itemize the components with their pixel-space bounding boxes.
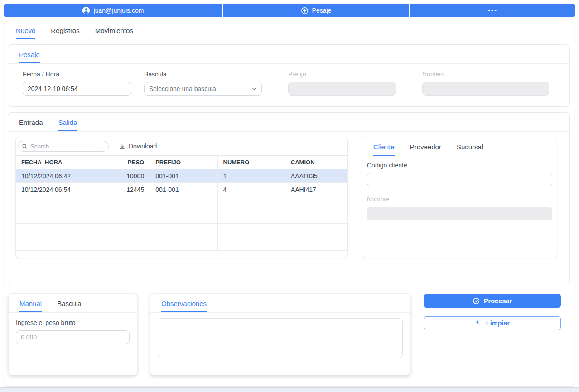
prefijo-input	[288, 82, 396, 96]
new-weighing-button[interactable]: Pesaje	[223, 4, 409, 17]
tab-entrada[interactable]: Entrada	[19, 119, 43, 131]
search-icon	[22, 143, 28, 149]
account-button[interactable]: juan@junjuis.com	[4, 4, 222, 17]
actions-column: Procesar Limpiar	[424, 294, 561, 330]
tab-sucursal[interactable]: Sucursal	[457, 143, 483, 156]
tab-cliente[interactable]: Cliente	[373, 143, 395, 156]
tab-movimientos[interactable]: Movimientos	[95, 27, 133, 39]
main-tabs: Nuevo Registros Movimientos	[16, 27, 133, 39]
pesaje-section: Pesaje Fecha / Hora Bascula Seleccione u…	[8, 44, 570, 107]
weight-entry-card: Manual Bascula Ingrese el peso bruto	[8, 293, 137, 375]
plus-circle-icon	[301, 7, 309, 14]
nombre-label: Nombre	[367, 196, 552, 203]
tab-observaciones[interactable]: Observaciones	[161, 300, 207, 312]
pesaje-tabs-head: Pesaje	[8, 45, 569, 64]
tab-salida[interactable]: Salida	[58, 119, 77, 131]
tab-proveedor[interactable]: Proveedor	[410, 143, 441, 156]
table-row-empty	[16, 224, 347, 237]
col-prefijo[interactable]: PREFIJO	[150, 156, 217, 169]
weight-entry-tabs: Manual Bascula	[9, 294, 137, 313]
cell-numero: 4	[217, 183, 285, 196]
download-label: Download	[129, 143, 157, 150]
table-row-empty	[16, 237, 347, 251]
cell-prefijo: 001-001	[150, 183, 217, 196]
table-row-empty	[16, 210, 347, 224]
fecha-hora-label: Fecha / Hora	[23, 71, 131, 78]
limpiar-button[interactable]: Limpiar	[424, 316, 561, 330]
cell-prefijo: 001-001	[150, 169, 217, 183]
new-weighing-label: Pesaje	[312, 7, 332, 14]
records-table: FECHA_HORA PESO PREFIJO NUMERO CAMION 10…	[16, 155, 347, 251]
cell-peso: 12445	[82, 183, 150, 196]
tab-registros[interactable]: Registros	[51, 27, 79, 39]
sparkles-icon	[475, 320, 482, 327]
bascula-select[interactable]: Seleccione una bascula	[144, 82, 262, 96]
tab-nuevo[interactable]: Nuevo	[16, 27, 35, 39]
cell-peso: 10000	[82, 169, 150, 183]
main-panel: Nuevo Registros Movimientos Pesaje Fecha…	[4, 21, 574, 387]
tab-bascula[interactable]: Bascula	[57, 300, 81, 312]
user-icon	[82, 6, 90, 14]
search-box[interactable]	[18, 141, 109, 152]
table-row[interactable]: 10/12/2024 06:42 10000 001-001 1 AAAT035	[16, 169, 347, 183]
records-table-card: Download FECHA_HORA PESO PREFIJO NUMERO …	[15, 137, 348, 258]
download-button[interactable]: Download	[119, 143, 157, 150]
table-toolbar: Download	[16, 137, 347, 155]
cell-fecha-hora: 10/12/2024 06:42	[16, 169, 82, 183]
cell-numero: 1	[217, 169, 285, 183]
observaciones-tabs: Observaciones	[150, 294, 410, 313]
codigo-cliente-label: Codigo cliente	[367, 162, 552, 169]
procesar-button[interactable]: Procesar	[424, 294, 561, 308]
table-row-empty	[16, 196, 347, 210]
peso-bruto-input[interactable]	[16, 330, 130, 344]
numero-label: Numero	[422, 71, 549, 78]
pesaje-form: Fecha / Hora Bascula Seleccione una basc…	[8, 64, 569, 96]
account-label: juan@junjuis.com	[94, 7, 144, 14]
limpiar-label: Limpiar	[486, 320, 510, 327]
nombre-input	[367, 207, 552, 220]
more-options-button[interactable]: •••	[410, 4, 575, 17]
tab-manual[interactable]: Manual	[19, 300, 42, 312]
movement-section: Entrada Salida Download	[8, 112, 570, 284]
party-tabs: Cliente Proveedor Sucursal	[362, 137, 557, 156]
check-circle-icon	[473, 297, 480, 305]
cell-camion: AAHI417	[285, 183, 347, 196]
top-toolbar: juan@junjuis.com Pesaje •••	[4, 4, 575, 17]
movement-tabs: Entrada Salida	[8, 113, 569, 132]
ellipsis-icon: •••	[488, 7, 497, 14]
numero-input	[422, 82, 549, 96]
cell-fecha-hora: 10/12/2024 06:54	[16, 183, 82, 196]
procesar-label: Procesar	[484, 297, 512, 305]
codigo-cliente-input[interactable]	[367, 173, 552, 186]
col-peso[interactable]: PESO	[82, 156, 150, 169]
peso-bruto-label: Ingrese el peso bruto	[16, 319, 130, 326]
download-arrow-icon	[119, 143, 125, 150]
tab-pesaje[interactable]: Pesaje	[19, 51, 40, 63]
bascula-label: Bascula	[144, 71, 262, 78]
col-fecha-hora[interactable]: FECHA_HORA	[16, 156, 82, 169]
observaciones-card: Observaciones	[150, 293, 410, 375]
observaciones-textarea[interactable]	[158, 318, 403, 358]
chevron-down-icon	[251, 86, 257, 91]
bascula-selected-value: Seleccione una bascula	[149, 85, 216, 92]
cell-camion: AAAT035	[285, 169, 347, 183]
party-card: Cliente Proveedor Sucursal Codigo client…	[362, 137, 557, 258]
table-header-row: FECHA_HORA PESO PREFIJO NUMERO CAMION	[16, 156, 347, 169]
col-numero[interactable]: NUMERO	[217, 156, 285, 169]
search-input[interactable]	[30, 143, 105, 150]
prefijo-label: Prefijo	[288, 71, 396, 78]
table-row[interactable]: 10/12/2024 06:54 12445 001-001 4 AAHI417	[16, 183, 347, 196]
col-camion[interactable]: CAMION	[285, 156, 347, 169]
fecha-hora-input[interactable]	[23, 82, 131, 96]
